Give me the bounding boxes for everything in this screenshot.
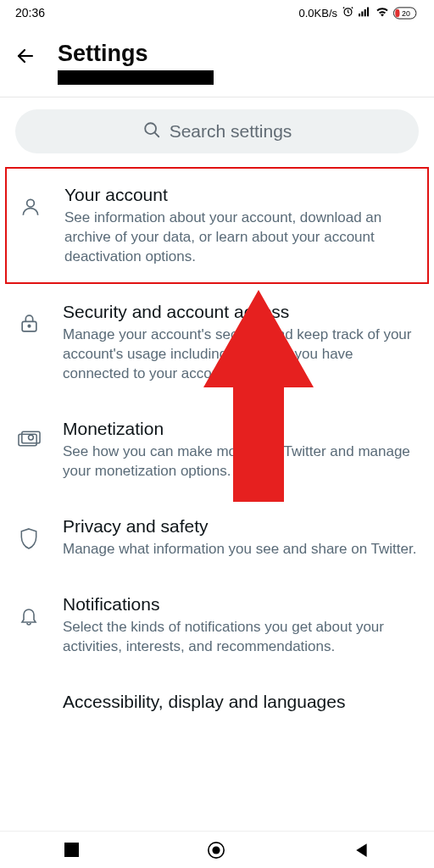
search-placeholder: Search settings <box>170 121 292 142</box>
status-time: 20:36 <box>15 6 45 19</box>
item-text: Privacy and safety Manage what informati… <box>63 515 417 559</box>
lock-icon <box>17 313 41 334</box>
item-title: Notifications <box>63 593 417 615</box>
search-icon <box>142 120 161 142</box>
settings-item-notifications[interactable]: Notifications Select the kinds of notifi… <box>0 576 434 674</box>
alarm-icon <box>342 5 354 20</box>
svg-rect-3 <box>364 9 366 16</box>
svg-point-9 <box>27 199 35 207</box>
network-speed: 0.0KB/s <box>298 7 337 19</box>
username-redacted <box>58 70 214 85</box>
status-right: 0.0KB/s 20 <box>298 5 419 20</box>
item-title: Your account <box>64 184 415 205</box>
item-text: Your account See information about your … <box>64 184 415 267</box>
signal-icon <box>359 6 371 19</box>
wifi-icon <box>376 6 389 19</box>
bell-icon <box>17 605 41 627</box>
item-desc: Manage your account's security and keep … <box>63 326 417 384</box>
svg-rect-2 <box>361 12 363 17</box>
settings-item-your-account[interactable]: Your account See information about your … <box>19 184 415 267</box>
highlight-box: Your account See information about your … <box>5 167 429 284</box>
search-input[interactable]: Search settings <box>15 109 419 153</box>
item-desc: Select the kinds of notifications you ge… <box>63 618 417 657</box>
item-title: Monetization <box>63 418 417 439</box>
settings-item-security[interactable]: Security and account access Manage your … <box>0 284 434 401</box>
svg-point-14 <box>28 435 33 440</box>
nav-home-icon[interactable] <box>207 841 225 860</box>
battery-icon: 20 <box>393 7 419 19</box>
svg-point-18 <box>213 846 220 854</box>
svg-rect-1 <box>359 14 360 16</box>
status-bar: 20:36 0.0KB/s 20 <box>0 0 434 25</box>
svg-rect-4 <box>367 8 369 17</box>
item-text: Notifications Select the kinds of notifi… <box>63 593 417 657</box>
shield-icon <box>17 527 41 550</box>
item-desc: Manage what information you see and shar… <box>63 540 417 559</box>
content-scroll: Search settings Your account See informa… <box>0 92 434 831</box>
settings-item-privacy[interactable]: Privacy and safety Manage what informati… <box>0 498 434 576</box>
system-nav-bar <box>0 831 434 868</box>
search-wrap: Search settings <box>0 97 434 167</box>
item-text: Monetization See how you can make money … <box>63 418 417 481</box>
svg-rect-16 <box>64 843 79 857</box>
svg-rect-6 <box>395 8 399 17</box>
svg-point-11 <box>28 325 31 327</box>
person-icon <box>19 196 42 218</box>
item-desc: See information about your account, down… <box>64 209 415 267</box>
header: Settings <box>0 25 434 90</box>
nav-back-icon[interactable] <box>354 843 370 858</box>
settings-list: Your account See information about your … <box>0 167 434 715</box>
page-title: Settings <box>58 41 214 67</box>
settings-item-accessibility[interactable]: Accessibility, display and languages <box>0 674 434 715</box>
item-title: Accessibility, display and languages <box>63 691 417 712</box>
money-icon <box>17 430 41 448</box>
back-arrow-icon[interactable] <box>15 46 36 70</box>
nav-recent-icon[interactable] <box>64 843 79 857</box>
svg-text:20: 20 <box>402 9 410 18</box>
item-desc: See how you can make money on Twitter an… <box>63 442 417 481</box>
settings-item-monetization[interactable]: Monetization See how you can make money … <box>0 401 434 498</box>
item-text: Accessibility, display and languages <box>63 691 417 715</box>
item-title: Security and account access <box>63 301 417 322</box>
item-text: Security and account access Manage your … <box>63 301 417 384</box>
item-title: Privacy and safety <box>63 515 417 537</box>
svg-marker-19 <box>356 843 366 857</box>
